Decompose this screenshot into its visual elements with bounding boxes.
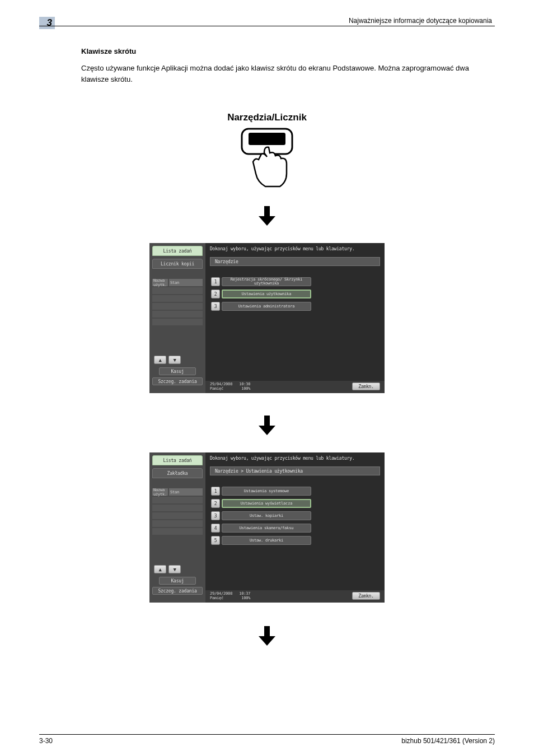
down-arrow-icon	[259, 206, 275, 226]
menu-item[interactable]: 3Ustaw. kopiarki	[211, 511, 385, 520]
menu-item-label: Ustawienia systemowe	[222, 487, 311, 496]
menu-item-label: Rejestracja skróconego/ Skrzynki użytkow…	[222, 277, 311, 286]
menu-item[interactable]: 3Ustawienia administratora	[211, 302, 385, 311]
task-list-header: Nazwa użytk. Stan	[152, 279, 203, 286]
svg-rect-1	[249, 133, 285, 145]
chapter-tab: 3	[39, 17, 55, 29]
button-press-illustration	[231, 126, 303, 193]
task-list	[152, 287, 203, 325]
list-item	[152, 319, 203, 325]
status-memory-label: Pamięć	[210, 386, 223, 391]
col-user: Nazwa użytk.	[152, 488, 168, 496]
tab-copy-counter[interactable]: Licznik kopii	[152, 259, 203, 269]
scroll-up-button[interactable]: ▲	[154, 565, 166, 573]
menu-item[interactable]: 1Ustawienia systemowe	[211, 487, 385, 496]
scroll-up-button[interactable]: ▲	[154, 356, 166, 364]
status-bar: 29/04/2008 10:37 Pamięć 100% Zamkn.	[205, 590, 385, 603]
task-details-button[interactable]: Szczeg. zadania	[152, 587, 203, 595]
tab-task-list[interactable]: Lista zadań	[152, 246, 203, 256]
menu-item-number: 3	[211, 511, 220, 520]
list-item	[152, 295, 203, 302]
menu-item-number: 1	[211, 487, 220, 496]
chapter-number: 3	[47, 17, 52, 29]
list-scroll-controls: ▲ ▼	[154, 356, 181, 364]
sidebar: Lista zadań Licznik kopii Nazwa użytk. S…	[149, 243, 205, 393]
menu-item[interactable]: 4Ustawienia skanera/faksu	[211, 524, 385, 533]
list-item	[152, 512, 203, 519]
menu-item-number: 5	[211, 536, 220, 545]
down-arrow-icon	[259, 626, 275, 646]
menu-item-label: Ustawienia administratora	[222, 302, 311, 311]
section-title: Klawisze skrótu	[81, 47, 136, 55]
menu-item-number: 2	[211, 499, 220, 508]
header-rule	[39, 26, 495, 26]
tab-bookmark[interactable]: Zakładka	[152, 468, 203, 478]
list-item	[152, 311, 203, 318]
task-details-button[interactable]: Szczeg. zadania	[152, 377, 203, 385]
menu-item-label: Ustaw. kopiarki	[222, 511, 311, 520]
list-item	[152, 520, 203, 527]
task-list	[152, 497, 203, 535]
menu-item-number: 4	[211, 524, 220, 533]
menu-item-number: 2	[211, 290, 220, 298]
list-item	[152, 287, 203, 294]
status-memory-pct: 100%	[241, 386, 250, 391]
delete-button[interactable]: Kasuj	[159, 577, 196, 585]
main-area: Dokonaj wyboru, używając przycisków menu…	[205, 243, 385, 393]
main-area: Dokonaj wyboru, używając przycisków menu…	[205, 452, 385, 603]
col-user: Nazwa użytk.	[152, 279, 168, 286]
menu-item-label: Ustawienia wyświetlacza	[222, 499, 311, 508]
product-version: bizhub 501/421/361 (Version 2)	[401, 737, 495, 745]
delete-button[interactable]: Kasuj	[159, 367, 196, 375]
instruction-text: Dokonaj wyboru, używając przycisków menu…	[205, 243, 385, 255]
menu-item[interactable]: 1Rejestracja skróconego/ Skrzynki użytko…	[211, 277, 385, 286]
list-scroll-controls: ▲ ▼	[154, 565, 181, 573]
menu-list: 1Ustawienia systemowe2Ustawienia wyświet…	[211, 487, 385, 545]
body-paragraph: Często używane funkcje Aplikacji można d…	[81, 63, 481, 85]
instruction-text: Dokonaj wyboru, używając przycisków menu…	[205, 452, 385, 464]
close-button[interactable]: Zamkn.	[352, 592, 380, 600]
menu-item-label: Ustaw. drukarki	[222, 536, 311, 545]
list-item	[152, 505, 203, 511]
menu-item-number: 1	[211, 277, 220, 286]
screen-utility-root: Lista zadań Licznik kopii Nazwa użytk. S…	[149, 243, 385, 393]
col-status: Stan	[169, 279, 203, 286]
menu-item-label: Ustawienia użytkownika	[222, 290, 311, 298]
close-button[interactable]: Zamkn.	[352, 382, 380, 390]
menu-item-number: 3	[211, 302, 220, 311]
sidebar: Lista zadań Zakładka Nazwa użytk. Stan ▲…	[149, 452, 205, 603]
menu-list: 1Rejestracja skróconego/ Skrzynki użytko…	[211, 277, 385, 311]
screen-user-settings: Lista zadań Zakładka Nazwa użytk. Stan ▲…	[149, 452, 385, 603]
status-memory-label: Pamięć	[210, 596, 223, 600]
menu-item[interactable]: 2Ustawienia użytkownika	[211, 290, 385, 298]
col-status: Stan	[169, 488, 203, 496]
list-item	[152, 303, 203, 310]
list-item	[152, 528, 203, 535]
down-arrow-icon	[259, 416, 275, 435]
list-item	[152, 497, 203, 503]
page-number: 3-30	[39, 737, 53, 745]
footer-rule	[39, 734, 495, 735]
menu-item-label: Ustawienia skanera/faksu	[222, 524, 311, 533]
status-bar: 29/04/2008 10:30 Pamięć 100% Zamkn.	[205, 381, 385, 393]
menu-item[interactable]: 5Ustaw. drukarki	[211, 536, 385, 545]
status-memory-pct: 100%	[241, 596, 250, 600]
scroll-down-button[interactable]: ▼	[168, 356, 181, 364]
figure-title: Narzędzia/Licznik	[0, 112, 534, 123]
menu-item[interactable]: 2Ustawienia wyświetlacza	[211, 499, 385, 508]
breadcrumb: Narzędzie > Ustawienia użytkownika	[210, 466, 380, 475]
tab-task-list[interactable]: Lista zadań	[152, 455, 203, 465]
header-section-path: Najważniejsze informacje dotyczące kopio…	[349, 17, 492, 25]
scroll-down-button[interactable]: ▼	[168, 565, 181, 573]
task-list-header: Nazwa użytk. Stan	[152, 488, 203, 496]
breadcrumb: Narzędzie	[210, 257, 380, 266]
